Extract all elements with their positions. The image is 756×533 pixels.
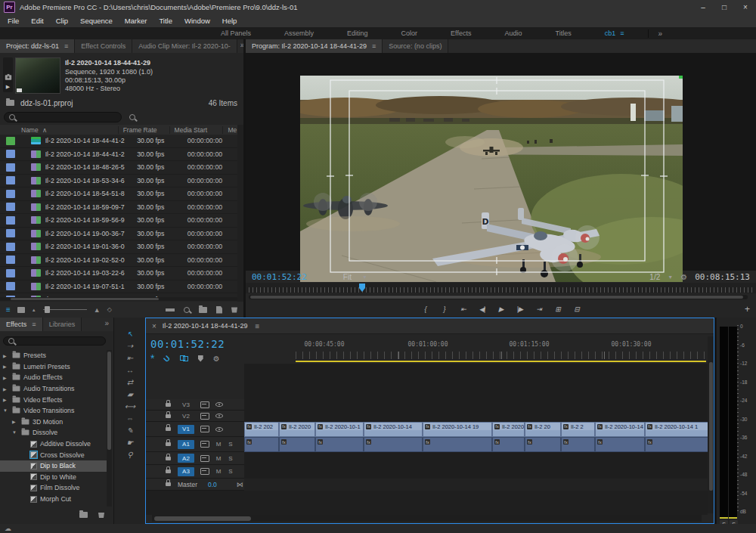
video-clip[interactable]: fx Il-2 2020-10-14 1: [645, 422, 709, 437]
video-clip[interactable]: fx Il-2 2020-10-1: [315, 422, 364, 437]
preview-scrub-handle[interactable]: [17, 88, 22, 92]
tab-project[interactable]: Project: ddz-ls-01 ≡: [0, 39, 75, 53]
track-header-v1[interactable]: V1: [146, 422, 244, 437]
effect-label[interactable]: Video Effects: [23, 396, 63, 404]
label-color-swatch[interactable]: [6, 150, 15, 158]
effect-label[interactable]: Audio Effects: [23, 373, 63, 381]
effects-tree-item[interactable]: ▶ Lumetri Presets: [0, 361, 107, 373]
menu-item[interactable]: Title: [159, 17, 172, 25]
hand-tool[interactable]: ☛: [114, 437, 146, 448]
Il-2 2020-10-14 19-07-51-1[interactable]: Il-2 2020-10-14 19-07-51-1 30.00 fps 00:…: [0, 280, 237, 294]
menu-item[interactable]: Edit: [31, 17, 43, 25]
lock-icon[interactable]: [166, 442, 171, 446]
tab-audio-clip-mixer[interactable]: Audio Clip Mixer: Il-2 2020-10-: [132, 39, 237, 53]
timeline-horizontal-scrollbar[interactable]: [152, 515, 702, 522]
project-vertical-scrollbar[interactable]: [237, 125, 243, 302]
new-bin-icon[interactable]: [199, 307, 207, 313]
track-target-a3[interactable]: A3: [178, 467, 194, 476]
video-clip[interactable]: fx Il-2 2020-: [492, 422, 525, 437]
label-color-swatch[interactable]: [6, 256, 15, 264]
panel-menu-icon[interactable]: ≡: [32, 321, 36, 328]
effects-tree-item[interactable]: ▶ Audio Transitions: [0, 383, 107, 395]
video-clip[interactable]: fx Il-2 2020-10-14 1: [595, 422, 645, 437]
track-target-v1[interactable]: V1: [178, 425, 194, 434]
step-forward-button[interactable]: |▶: [516, 305, 525, 313]
effect-label[interactable]: Additive Dissolve: [40, 440, 91, 448]
clip-name[interactable]: Il-2 2020-10-14 18-54-51-8: [45, 190, 133, 197]
source-patch-icon[interactable]: [200, 401, 209, 408]
Il-2 2020-10-14 18-59-56-9[interactable]: Il-2 2020-10-14 18-59-56-9 30.00 fps 00:…: [0, 214, 237, 228]
ripple-edit-tool[interactable]: ⇤: [114, 352, 146, 364]
lane-v2[interactable]: [244, 411, 709, 423]
clip-name[interactable]: Il-2 2020-10-14 18-44-41-2: [45, 150, 133, 158]
track-header-master[interactable]: Master 0.0 ⋈: [146, 479, 244, 491]
search-input[interactable]: [4, 112, 122, 122]
zoom-in-icon[interactable]: ▲: [94, 306, 101, 314]
lock-icon[interactable]: [166, 482, 171, 486]
selection-tool[interactable]: ↖: [114, 328, 146, 339]
lift-button[interactable]: ⊞: [553, 305, 562, 313]
audio-clip[interactable]: fx: [423, 437, 492, 452]
master-level-value[interactable]: 0.0: [208, 481, 217, 488]
menu-item[interactable]: File: [8, 17, 19, 25]
effects-tree-item[interactable]: Non-Additive Dissolve: [0, 504, 107, 507]
twirl-arrow-icon[interactable]: ▶: [12, 419, 18, 424]
lock-icon[interactable]: [166, 427, 171, 431]
effects-tree-item[interactable]: Cross Dissolve: [0, 449, 107, 460]
video-clip[interactable]: fx Il-2 20: [525, 422, 561, 437]
settings-wrench-icon[interactable]: ⚙: [680, 273, 687, 281]
label-color-swatch[interactable]: [6, 229, 15, 237]
Il-2 2020-10-14 18-44-41-2[interactable]: Il-2 2020-10-14 18-44-41-2 30.00 fps 00:…: [0, 135, 237, 148]
toggle-track-output-icon[interactable]: [215, 401, 223, 407]
workspace-tab[interactable]: cb1: [588, 29, 629, 37]
pen-tool[interactable]: ✎: [114, 425, 146, 436]
chevron-down-icon[interactable]: ▼: [668, 274, 673, 280]
clip-name[interactable]: Il-2 2020-10-14 19-00-36-7: [45, 230, 133, 237]
effect-label[interactable]: Audio Transitions: [23, 385, 74, 392]
scrollbar-thumb[interactable]: [154, 516, 251, 521]
tab-libraries[interactable]: Libraries: [43, 318, 82, 331]
label-color-swatch[interactable]: [6, 243, 15, 251]
effect-label[interactable]: 3D Motion: [33, 418, 63, 426]
effects-tree-item[interactable]: ▼ Video Transitions: [0, 405, 107, 417]
maximize-button[interactable]: □: [714, 0, 735, 14]
mute-button[interactable]: M: [215, 441, 222, 448]
effect-label[interactable]: Presets: [23, 352, 46, 359]
project-horizontal-scrollbar[interactable]: [0, 297, 237, 301]
workspace-tab[interactable]: All Panels: [204, 29, 268, 37]
lane-v3[interactable]: [244, 399, 709, 411]
go-to-out-button[interactable]: ⇥: [534, 305, 544, 313]
nest-toggle-icon[interactable]: *: [150, 355, 154, 361]
list-view-button[interactable]: ≡: [6, 305, 11, 314]
audio-clip[interactable]: fx: [645, 437, 709, 452]
tab-effect-controls[interactable]: Effect Controls: [75, 39, 132, 53]
snap-toggle-icon[interactable]: U: [163, 354, 172, 364]
effects-tree-item[interactable]: ▶ Audio Effects: [0, 372, 107, 383]
close-button[interactable]: ×: [735, 0, 756, 14]
sort-icon[interactable]: ◇: [107, 306, 112, 313]
label-color-swatch[interactable]: [6, 282, 15, 290]
panel-menu-icon[interactable]: ≡: [255, 322, 259, 330]
clip-name[interactable]: Il-2 2020-10-14 18-59-09-7: [45, 203, 133, 211]
preview-play-icon[interactable]: ▶: [6, 84, 10, 90]
twirl-arrow-icon[interactable]: ▶: [3, 364, 9, 369]
video-clip[interactable]: fx Il-2 2020-10-14 19: [423, 422, 492, 437]
effects-search-input[interactable]: [3, 336, 106, 346]
timeline-timecode[interactable]: 00:01:52:22: [150, 338, 225, 350]
Il-2 2020-10-14 18-53-34-6[interactable]: Il-2 2020-10-14 18-53-34-6 30.00 fps 00:…: [0, 175, 237, 188]
zoom-tool[interactable]: ⚲: [114, 449, 146, 460]
creative-cloud-icon[interactable]: ☁: [5, 525, 11, 532]
workspace-tab[interactable]: Effects: [434, 29, 488, 37]
track-target-v2[interactable]: V2: [178, 411, 194, 420]
video-clip[interactable]: fx Il-2 2: [561, 422, 595, 437]
delete-custom-item-icon[interactable]: [98, 512, 104, 518]
toggle-track-output-icon[interactable]: [215, 426, 223, 432]
program-scrollbar[interactable]: [249, 295, 748, 299]
slide-tool[interactable]: ⇔: [114, 413, 146, 424]
video-clip[interactable]: fx Il-2 2020: [279, 422, 315, 437]
automate-to-sequence-icon[interactable]: [166, 307, 175, 313]
effect-label[interactable]: Dip to Black: [40, 462, 76, 469]
audio-clip[interactable]: fx: [525, 437, 561, 452]
label-color-swatch[interactable]: [6, 176, 15, 184]
track-target-a2[interactable]: A2: [178, 454, 194, 463]
